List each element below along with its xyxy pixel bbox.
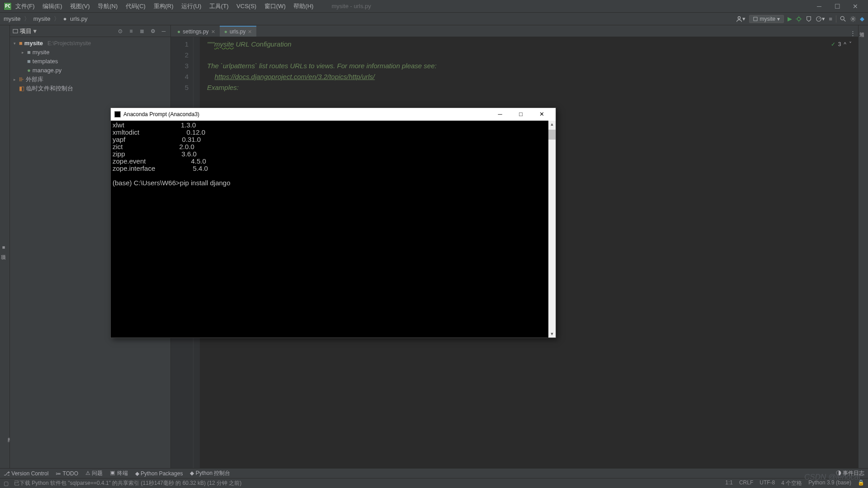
tool-version-control[interactable]: ⎇ Version Control xyxy=(4,470,48,477)
folder-icon: ■ xyxy=(27,48,31,56)
pkg-row: zict 2.0.0 xyxy=(113,143,194,150)
status-bar: ▢ 已下载 Python 软件包 "sqlparse==0.4.1" 的共享索引… xyxy=(0,478,868,488)
tool-python-packages[interactable]: ◆ Python Packages xyxy=(135,470,183,477)
tree-external-libs[interactable]: ▸ ⊪ 外部库 xyxy=(10,75,170,84)
project-panel-title: 项目 xyxy=(20,27,32,35)
lock-icon[interactable]: 🔒 xyxy=(858,479,864,487)
menu-nav[interactable]: 导航(N) xyxy=(98,3,118,9)
crumb-file[interactable]: urls.py xyxy=(70,15,87,22)
indent-setting[interactable]: 4 个空格 xyxy=(781,479,802,487)
scroll-down-icon[interactable]: ▼ xyxy=(548,330,556,338)
code-with-me-icon[interactable]: ◆ xyxy=(860,15,864,22)
folder-icon: ■ xyxy=(19,39,23,47)
tree-item-label: 临时文件和控制台 xyxy=(26,84,73,93)
interpreter[interactable]: Python 3.9 (base) xyxy=(808,479,851,487)
terminal-close-button[interactable]: ✕ xyxy=(531,111,552,118)
svg-line-9 xyxy=(844,20,846,22)
nav-bar: mysite 〉 mysite 〉 ● urls.py ▾ mysite ▾ ▶… xyxy=(0,13,868,25)
scroll-up-icon[interactable]: ▲ xyxy=(548,121,556,128)
settings-icon[interactable] xyxy=(850,15,856,23)
tool-terminal[interactable]: ▣ 终端 xyxy=(110,469,127,477)
terminal-window: Anaconda Prompt (Anaconda3) ─ □ ✕ xlwt 1… xyxy=(110,108,556,338)
terminal-body[interactable]: xlwt 1.3.0 xmltodict 0.12.0 yapf 0.31.0 … xyxy=(111,121,556,338)
gutter-project-tab[interactable]: ■ 项目 xyxy=(0,28,7,468)
tool-todo[interactable]: ≔ TODO xyxy=(56,470,78,477)
tree-item-mysite[interactable]: ▸ ■ mysite xyxy=(10,48,170,57)
run-button[interactable]: ▶ xyxy=(788,15,792,22)
status-icon[interactable]: ▢ xyxy=(4,480,9,487)
line-separator[interactable]: CRLF xyxy=(739,479,753,487)
terminal-minimize-button[interactable]: ─ xyxy=(490,111,510,118)
caret-position[interactable]: 1:1 xyxy=(725,479,733,487)
menu-run[interactable]: 运行(U) xyxy=(181,3,201,9)
tool-problems[interactable]: ⚠ 问题 xyxy=(85,469,103,477)
tree-item-manage-py[interactable]: ● manage.py xyxy=(10,66,170,75)
menu-view[interactable]: 视图(V) xyxy=(70,3,90,9)
tool-python-console[interactable]: ◆ Python 控制台 xyxy=(190,469,230,477)
menu-file[interactable]: 文件(F) xyxy=(15,3,35,9)
terminal-title-bar[interactable]: Anaconda Prompt (Anaconda3) ─ □ ✕ xyxy=(111,108,556,121)
tree-root-path: E:\Projects\mysite xyxy=(47,39,91,47)
menu-tools[interactable]: 工具(T) xyxy=(209,3,229,9)
problems-indicator[interactable]: ✓3 ^ ˅ xyxy=(831,39,852,50)
pkg-row: zipp 3.6.0 xyxy=(113,150,197,158)
maximize-button[interactable]: ☐ xyxy=(828,3,846,10)
chevron-down-icon[interactable]: ▾ xyxy=(12,39,17,47)
minimize-button[interactable]: ─ xyxy=(810,3,828,10)
run-config-selector[interactable]: mysite ▾ xyxy=(749,15,784,23)
tab-settings-py[interactable]: ●settings.py✕ xyxy=(173,26,220,37)
pkg-row: zope.event 4.5.0 xyxy=(113,157,206,165)
pkg-row: zope.interface 5.4.0 xyxy=(113,164,208,172)
tree-item-label: templates xyxy=(33,57,58,66)
crumb-root[interactable]: mysite xyxy=(4,15,21,22)
file-encoding[interactable]: UTF-8 xyxy=(760,479,775,487)
tree-item-label: manage.py xyxy=(33,66,61,75)
svg-point-2 xyxy=(797,18,801,21)
tool-event-log[interactable]: ◑ 事件日志 xyxy=(836,469,864,477)
editor-tabs: ●settings.py✕ ●urls.py✕ ⋮ xyxy=(171,25,858,37)
menu-edit[interactable]: 编辑(E) xyxy=(42,3,62,9)
scroll-thumb[interactable] xyxy=(548,130,556,140)
hide-panel-icon[interactable]: ─ xyxy=(160,28,168,34)
terminal-maximize-button[interactable]: □ xyxy=(510,111,531,118)
terminal-command: pip install django xyxy=(180,179,231,187)
close-tab-icon[interactable]: ✕ xyxy=(248,29,252,35)
tree-item-templates[interactable]: ■ templates xyxy=(10,57,170,66)
project-panel-header: 项目 ▾ ⊙ ≡ ≣ ⚙ ─ xyxy=(10,25,170,37)
menu-window[interactable]: 窗口(W) xyxy=(264,3,286,9)
editor-more-icon[interactable]: ⋮ xyxy=(847,30,858,37)
panel-settings-icon[interactable]: ⚙ xyxy=(149,28,157,34)
debug-button[interactable] xyxy=(796,15,802,23)
gutter-notifications-tab[interactable]: 通知 xyxy=(859,28,865,468)
expand-all-icon[interactable]: ≡ xyxy=(127,28,135,34)
chevron-right-icon[interactable]: ▸ xyxy=(12,75,17,84)
close-tab-icon[interactable]: ✕ xyxy=(211,29,215,35)
coverage-button[interactable] xyxy=(806,15,812,23)
menu-refactor[interactable]: 重构(R) xyxy=(154,3,174,9)
terminal-prompt: (base) C:\Users\W66> xyxy=(113,179,180,187)
menu-vcs[interactable]: VCS(S) xyxy=(236,3,256,9)
account-icon[interactable]: ▾ xyxy=(736,15,745,23)
crumb-module[interactable]: mysite xyxy=(33,15,51,22)
terminal-scrollbar[interactable] xyxy=(548,121,556,338)
select-opened-file-icon[interactable]: ⊙ xyxy=(116,28,124,34)
close-button[interactable]: ✕ xyxy=(846,3,864,10)
folder-icon: ■ xyxy=(27,57,31,66)
pkg-row: yapf 0.31.0 xyxy=(113,136,201,143)
pkg-row: xlwt 1.3.0 xyxy=(113,121,196,129)
cmd-icon xyxy=(114,111,121,117)
python-file-icon: ● xyxy=(224,28,227,35)
chevron-right-icon[interactable]: ▸ xyxy=(20,48,25,56)
tree-scratches[interactable]: ◧ 临时文件和控制台 xyxy=(10,84,170,93)
menu-help[interactable]: 帮助(H) xyxy=(293,3,313,9)
collapse-all-icon[interactable]: ≣ xyxy=(138,28,146,34)
profile-button[interactable]: ▾ xyxy=(816,15,825,23)
stop-button[interactable]: ■ xyxy=(829,15,832,22)
app-logo: PC xyxy=(4,2,12,10)
tree-item-label: 外部库 xyxy=(26,75,43,84)
tree-root[interactable]: ▾ ■ mysite E:\Projects\mysite xyxy=(10,39,170,48)
search-icon[interactable] xyxy=(840,15,846,23)
svg-rect-1 xyxy=(754,17,757,21)
tab-urls-py[interactable]: ●urls.py✕ xyxy=(220,26,257,37)
menu-code[interactable]: 代码(C) xyxy=(126,3,146,9)
